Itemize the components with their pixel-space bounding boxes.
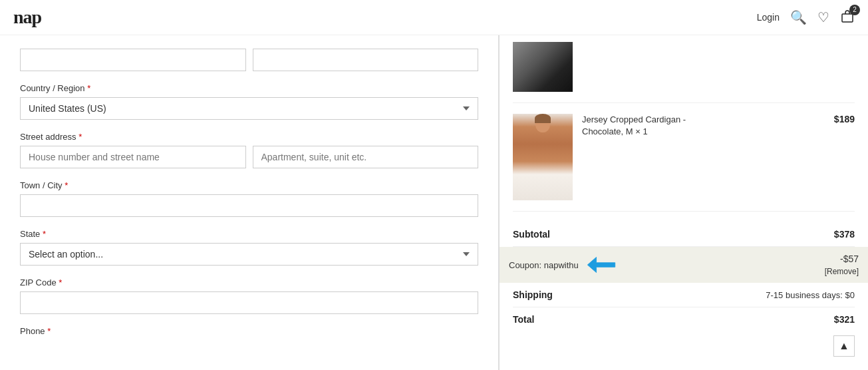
coupon-text: Coupon: napwithu [509,260,579,270]
site-logo[interactable]: nap [13,7,41,28]
zip-input[interactable] [20,291,478,314]
apt-input[interactable] [253,146,479,168]
town-group: Town / City * [20,180,478,217]
street-address-row [20,146,478,168]
coupon-row: Coupon: napwithu -$57 [Remove] [500,247,868,283]
svg-marker-1 [587,257,615,272]
site-header: nap Login 🔍 ♡ 2 [0,0,868,35]
shipping-label: Shipping [513,289,553,300]
zip-label: ZIP Code * [20,278,478,287]
country-group: Country / Region * United States (US) Ca… [20,83,478,120]
coupon-right: -$57 [Remove] [825,254,859,276]
subtotal-row: Subtotal $378 [513,222,855,247]
cart-count: 2 [849,5,860,15]
search-icon[interactable]: 🔍 [790,9,807,25]
state-group: State * Select an option... California N… [20,229,478,266]
total-label: Total [513,314,534,325]
top-input-2[interactable] [253,49,479,71]
coupon-remove-link[interactable]: [Remove] [825,267,859,276]
shipping-value: 7-15 business days: $0 [766,290,855,300]
country-label: Country / Region * [20,83,478,93]
order-summary: Jersey Cropped Cardigan - Chocolate, M ×… [500,35,868,370]
product-details-1 [582,42,855,45]
total-value: $321 [834,314,855,325]
header-icons: Login 🔍 ♡ 2 [757,9,855,27]
street-label: Street address * [20,132,478,142]
product-item-1 [513,42,855,103]
state-label: State * [20,229,478,239]
total-row: Total $321 [513,307,855,331]
phone-label: Phone * [20,326,478,336]
street-input[interactable] [20,146,246,168]
state-select[interactable]: Select an option... California New York … [20,243,478,266]
zip-group: ZIP Code * [20,278,478,314]
subtotal-value: $378 [834,229,855,240]
wishlist-icon[interactable]: ♡ [817,9,829,25]
product-price-2: $189 [834,114,855,124]
checkout-form: Country / Region * United States (US) Ca… [0,35,499,370]
product-name-2: Jersey Cropped Cardigan - Chocolate, M ×… [582,114,686,138]
coupon-arrow-icon [585,254,617,276]
subtotal-label: Subtotal [513,229,550,240]
product-details-2: Jersey Cropped Cardigan - Chocolate, M ×… [582,114,855,140]
product-image-1 [513,42,573,92]
top-input-1[interactable] [20,49,246,71]
phone-group: Phone * [20,326,478,336]
town-label: Town / City * [20,180,478,190]
scroll-top-button[interactable]: ▲ [833,335,855,357]
top-inputs-row [20,49,478,71]
product-item-2: Jersey Cropped Cardigan - Chocolate, M ×… [513,114,855,212]
coupon-discount: -$57 [840,254,859,264]
shipping-row: Shipping 7-15 business days: $0 [513,283,855,307]
product-image-2 [513,114,573,200]
product-info-2: Jersey Cropped Cardigan - Chocolate, M ×… [582,114,686,140]
town-input[interactable] [20,194,478,217]
coupon-left: Coupon: napwithu [509,254,617,276]
svg-rect-0 [842,14,853,22]
main-container: Country / Region * United States (US) Ca… [0,35,868,370]
scroll-top-icon: ▲ [839,340,849,352]
login-link[interactable]: Login [757,12,780,23]
country-select[interactable]: United States (US) Canada United Kingdom [20,97,478,120]
street-group: Street address * [20,132,478,168]
cart-icon[interactable]: 2 [840,9,855,27]
